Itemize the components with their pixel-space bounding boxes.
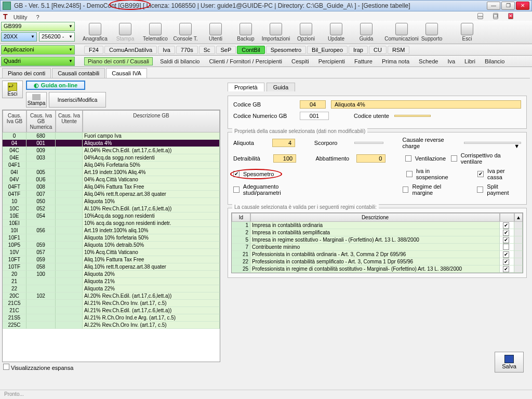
minimize-button[interactable]: — [487,2,500,10]
strip-contbil[interactable]: ContBil [237,46,264,54]
toolbar-guida[interactable]: Guida [351,21,381,44]
causali-grid[interactable]: Caus. Iva GB Caus. Iva GB Numerica Caus.… [2,110,220,362]
strip-rsm[interactable]: RSM [388,46,409,54]
grid-row[interactable]: 04TF007Aliq.04% rett.ft.operaz.art.38 qu… [3,191,220,198]
subtab-1[interactable]: Saldi di bilancio [157,58,203,65]
grid-row[interactable]: 10F1Aliquota 10% forfetaria 50% [3,234,220,242]
grid-row[interactable]: 04I005Art.19 indetr.100% Aliq.4% [3,169,220,176]
grid-row[interactable]: 10050Aliquota 10% [3,198,220,205]
strip-comuanndatiiva[interactable]: ComuAnnDatiIva [104,46,157,54]
codice-combo[interactable]: 256200 - [39,32,75,42]
applicazioni-combo[interactable]: Applicazioni [1,45,75,55]
rcol-desc[interactable]: Descrizione [250,213,500,222]
page-tab-1[interactable]: Causali contabili [52,68,105,78]
regime-row[interactable]: 25Professionista in regime di contabilit… [232,265,523,273]
salva-button[interactable]: Salva [495,352,524,373]
subtab-4[interactable]: Percipienti [315,58,348,65]
regime-row[interactable]: 21Professionista in contabilità ordinari… [232,251,523,258]
toolbar-telematico[interactable]: Telematico [140,21,170,44]
visualizzazione-espansa-checkbox[interactable] [3,364,9,370]
grid-row[interactable]: 22Aliquota 22% [3,285,220,292]
ditta-combo[interactable]: GB999 [1,22,75,31]
toolbar-esci[interactable]: Esci [452,21,482,44]
grid-row[interactable]: 04E00304%Acq.da sogg.non residenti [3,154,220,162]
grid-row[interactable]: 21S5Al.21% R.Ch.Oro Ind.e Arg. (art.17, … [3,314,220,322]
grid-row[interactable]: 20C102Al.20% Rev.Ch.Edil. (art.17,c.6,le… [3,292,220,300]
toolbar-importazioni[interactable]: Importazioni [261,21,291,44]
grid-row[interactable]: 10P5059Aliquota 10% detraib.50% [3,242,220,249]
iva-cassa-checkbox[interactable]: ✔ [477,171,484,177]
toolbar-backup[interactable]: Backup [231,21,261,44]
iva-sospensione-checkbox[interactable] [406,171,413,177]
grid-row[interactable]: 20100Aliquota 20% [3,271,220,278]
grid-row[interactable]: 10C052Al.10% Rev.Ch.Edil. (art.17,c.6,le… [3,205,220,212]
strip-bil_europeo[interactable]: Bil_Europeo [307,46,348,54]
strip-sep[interactable]: SeP [216,46,236,54]
codice-utente-input[interactable] [394,115,431,117]
stampa-button[interactable]: Stampa [26,92,47,108]
subtab-9[interactable]: Libri [461,58,478,65]
toolbar-anagrafica[interactable]: Anagrafica [80,21,110,44]
page-tab-0[interactable]: Piano dei conti [2,68,51,78]
grid-row[interactable]: 21C5Al.21% Rev.Ch.Oro Inv. (art.17, c.5) [3,300,220,307]
adeguamento-checkbox[interactable] [233,187,240,193]
maximize-button[interactable]: ❐ [501,2,515,10]
strip-iva[interactable]: Iva [158,46,175,54]
toolbar-stampa[interactable]: Stampa [110,21,140,44]
subtab-8[interactable]: Iva [444,58,458,65]
toolbar-consolet[interactable]: Console T. [170,21,201,44]
child-restore-button[interactable]: ❐ [493,13,498,19]
regime-row[interactable]: 22Professionista in contabilità semplifi… [232,258,523,265]
toolbar-supporto[interactable]: Supporto [417,21,447,44]
regime-row[interactable]: 5Impresa in regime sostitutivo - Margina… [232,236,523,244]
grid-row[interactable]: 10TF058Aliq.10% rett.ft.operaz.art.38 qu… [3,263,220,271]
toolbar-comunicazioni[interactable]: Comunicazioni [387,21,417,44]
esci-button[interactable]: ⮐Esci [2,81,23,98]
tab-proprieta[interactable]: Proprietà [228,83,264,91]
corrispettivo-checkbox[interactable] [451,155,457,162]
split-payment-checkbox[interactable] [477,187,483,193]
ventilazione-checkbox[interactable] [405,155,411,162]
grid-row[interactable]: 225CAl.22% Rev.Ch.Oro Inv. (art.17, c.5) [3,322,220,329]
child-minimize-button[interactable]: — [477,13,483,19]
col-caus-iva-gb[interactable]: Caus. Iva GB [3,110,26,132]
strip-spesometro[interactable]: Spesometro [266,46,306,54]
grid-row[interactable]: 10FT059Aliq.10% Fattura Tax Free [3,256,220,263]
grid-row[interactable]: 10I056Art.19 indetr.100% aliq.10% [3,227,220,234]
subtab-6[interactable]: Prima nota [379,58,413,65]
strip-irap[interactable]: Irap [349,46,368,54]
grid-row[interactable]: 10EI10% acq.da sogg.non residenti indetr… [3,220,220,227]
tab-guida[interactable]: Guida [267,83,295,91]
grid-row[interactable]: 21CAl.21% Rev.Ch.Edil. (art.17,c.6,lett.… [3,307,220,314]
regime-row[interactable]: 1Impresa in contabilità ordinaria✔ [232,222,523,229]
grid-row[interactable]: 04F1Aliq.04% Forfetaria 50% [3,162,220,169]
col-descrizione-gb[interactable]: Descrizione GB [83,110,220,132]
toolbar-opzioni[interactable]: Opzioni [291,21,321,44]
inserisci-modifica-button[interactable]: Inserisci/Modifica [49,92,106,108]
spesometro-checkbox[interactable]: ✔ [233,171,240,177]
regime-margine-checkbox[interactable] [403,187,409,193]
col-caus-iva-gb-num[interactable]: Caus. Iva GB Numerica [26,110,56,132]
grid-row[interactable]: 04FT008Aliq.04% Fattura Tax Free [3,183,220,191]
subtab-2[interactable]: Clienti / Fornitori / Percipienti [206,58,285,65]
quadri-combo[interactable]: Quadri [1,57,75,66]
child-close-button[interactable]: ✕ [508,13,513,19]
close-button[interactable]: ✕ [516,2,529,10]
subtab-10[interactable]: Bilancio [482,58,508,65]
grid-row[interactable]: 04V0U604% Acq.Città Vaticano [3,176,220,183]
subtab-3[interactable]: Cespiti [288,58,312,65]
menu-help[interactable]: ? [36,14,39,20]
subtab-5[interactable]: Fatture [351,58,376,65]
grid-row[interactable]: 21Aliquota 21% [3,278,220,285]
grid-row[interactable]: 0680Fuori campo Iva [3,132,220,140]
regime-row[interactable]: 7Contribuente minimo [232,244,523,251]
guida-online-button[interactable]: ◐ Guida on-line [26,81,85,90]
subtab-0[interactable]: Piano dei conti / Causali [84,57,153,65]
subtab-7[interactable]: Schede [416,58,441,65]
strip-770s[interactable]: 770s [176,46,198,54]
col-caus-iva-utente[interactable]: Caus. Iva Utente [56,110,83,132]
anno-combo[interactable]: 20XX [1,32,37,42]
grid-row[interactable]: 10V05710% Acq.Città Vaticano [3,249,220,256]
rcol-id[interactable]: Id [232,213,250,222]
grid-row[interactable]: 10E05410%Acq.da sogg.non residenti [3,212,220,220]
